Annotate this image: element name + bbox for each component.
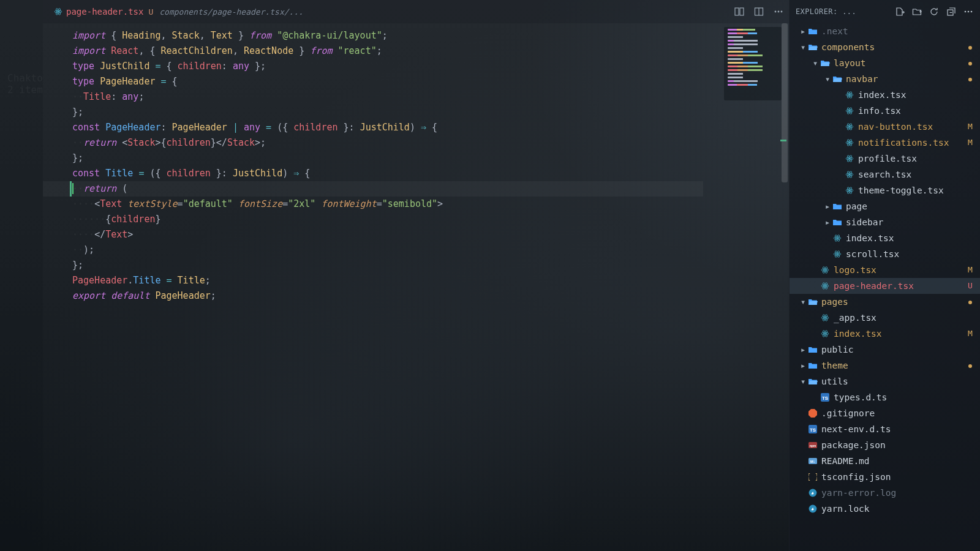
chevron-down-icon[interactable]: ▾	[810, 55, 820, 71]
tree-row--gitignore[interactable]: .gitignore	[790, 405, 980, 421]
svg-point-14	[971, 11, 973, 13]
tree-row-navbar[interactable]: ▾ navbar	[790, 71, 980, 87]
svg-point-63	[824, 333, 826, 334]
new-file-icon[interactable]	[894, 6, 905, 17]
folder-icon	[808, 345, 818, 354]
folder-icon	[808, 26, 818, 36]
tree-label: navbar	[846, 71, 965, 87]
folder-icon	[808, 361, 818, 370]
folder-icon	[832, 74, 842, 84]
svg-point-8	[775, 11, 777, 13]
file-tree[interactable]: ▸ .next ▾ components ▾ layout ▾ navbar i…	[790, 23, 980, 551]
svg-point-59	[824, 317, 826, 318]
react-file-icon	[820, 281, 830, 291]
tree-row-index-tsx[interactable]: index.tsx M	[790, 326, 980, 342]
tree-label: utils	[821, 373, 965, 389]
editor[interactable]: import { Heading, Stack, Text } from "@c…	[43, 23, 789, 551]
tree-label: sidebar	[846, 214, 965, 230]
tree-label: tsconfig.json	[821, 469, 965, 485]
tree-row-index-tsx[interactable]: index.tsx	[790, 230, 980, 246]
tree-label: scroll.tsx	[846, 246, 965, 262]
tree-row-readme-md[interactable]: M↓ README.md	[790, 453, 980, 469]
tree-row-public[interactable]: ▸ public	[790, 342, 980, 358]
git-modified-badge: M	[965, 119, 975, 135]
tree-row-scroll-tsx[interactable]: scroll.tsx	[790, 246, 980, 262]
chevron-right-icon[interactable]: ▸	[798, 342, 808, 358]
tree-row--next[interactable]: ▸ .next	[790, 23, 980, 39]
tree-label: notifications.tsx	[858, 135, 965, 151]
tree-label: .gitignore	[821, 405, 965, 421]
collapse-all-icon[interactable]	[946, 6, 957, 17]
tree-row-search-tsx[interactable]: search.tsx	[790, 167, 980, 182]
svg-point-27	[849, 142, 850, 143]
tree-row-page[interactable]: ▸ page	[790, 198, 980, 214]
scrollbar-thumb[interactable]	[782, 23, 788, 182]
tree-row-profile-tsx[interactable]: profile.tsx	[790, 151, 980, 167]
svg-point-31	[849, 158, 850, 159]
explorer-sidebar: EXPLORER: ... ▸ .next ▾ components ▾ lay…	[789, 0, 980, 551]
tab-subpath: components/page-header.tsx/...	[159, 7, 303, 17]
more-icon[interactable]	[963, 6, 974, 17]
tree-label: yarn.lock	[821, 501, 965, 517]
tree-label: types.d.ts	[834, 389, 965, 405]
refresh-icon[interactable]	[929, 6, 940, 17]
tree-row-tsconfig-json[interactable]: { } tsconfig.json	[790, 469, 980, 485]
tree-label: page-header.tsx	[834, 278, 965, 294]
vertical-scrollbar[interactable]	[782, 23, 788, 551]
braces-file-icon: { }	[808, 472, 818, 482]
compare-icon[interactable]	[734, 6, 745, 17]
tree-row-types-d-ts[interactable]: TS types.d.ts	[790, 389, 980, 405]
gutter-diff-added	[70, 181, 72, 197]
chevron-right-icon[interactable]: ▸	[798, 358, 808, 373]
tree-row-notifications-tsx[interactable]: notifications.tsx M	[790, 135, 980, 151]
tree-row-index-tsx[interactable]: index.tsx	[790, 87, 980, 103]
modified-dot-icon	[965, 71, 975, 87]
svg-text:npm: npm	[810, 444, 816, 448]
svg-point-10	[781, 11, 783, 13]
tree-row-package-json[interactable]: npm package.json	[790, 437, 980, 453]
svg-point-55	[824, 285, 826, 287]
split-editor-icon[interactable]	[753, 6, 764, 17]
tree-label: .next	[821, 23, 965, 39]
chevron-right-icon[interactable]: ▸	[823, 198, 832, 214]
new-folder-icon[interactable]	[911, 6, 922, 17]
chevron-right-icon[interactable]: ▸	[823, 214, 832, 230]
tree-label: logo.tsx	[834, 262, 965, 278]
tree-row-utils[interactable]: ▾ utils	[790, 373, 980, 389]
chevron-down-icon[interactable]: ▾	[798, 373, 808, 389]
react-file-icon	[845, 90, 854, 100]
chevron-down-icon[interactable]: ▾	[798, 39, 808, 55]
folder-icon	[832, 217, 842, 227]
tree-row-logo-tsx[interactable]: logo.tsx M	[790, 262, 980, 278]
tree-row-next-env-d-ts[interactable]: TS next-env.d.ts	[790, 421, 980, 437]
tab-page-header[interactable]: page-header.tsx U components/page-header…	[48, 0, 309, 23]
tree-row-theme-toggle-tsx[interactable]: theme-toggle.tsx	[790, 182, 980, 198]
tree-row-layout[interactable]: ▾ layout	[790, 55, 980, 71]
tree-row-page-header-tsx[interactable]: page-header.tsx U	[790, 278, 980, 294]
explorer-title: EXPLORER: ...	[796, 7, 888, 16]
react-file-icon	[845, 170, 854, 179]
tree-label: theme	[821, 358, 965, 373]
tree-row-sidebar[interactable]: ▸ sidebar	[790, 214, 980, 230]
editor-actions	[734, 6, 784, 17]
minimap[interactable]	[724, 27, 782, 100]
chevron-down-icon[interactable]: ▾	[823, 71, 832, 87]
tree-row--app-tsx[interactable]: _app.tsx	[790, 310, 980, 326]
react-file-icon	[832, 249, 842, 259]
react-file-icon	[820, 313, 830, 323]
svg-point-13	[968, 11, 970, 13]
tree-row-pages[interactable]: ▾ pages	[790, 294, 980, 310]
more-icon[interactable]	[773, 6, 784, 17]
chevron-right-icon[interactable]: ▸	[798, 23, 808, 39]
tree-row-components[interactable]: ▾ components	[790, 39, 980, 55]
chevron-down-icon[interactable]: ▾	[798, 294, 808, 310]
svg-point-9	[778, 11, 780, 13]
tree-row-yarn-error-log[interactable]: yarn-error.log	[790, 485, 980, 501]
tree-row-info-tsx[interactable]: info.tsx	[790, 103, 980, 119]
svg-text:TS: TS	[822, 395, 829, 401]
tree-row-theme[interactable]: ▸ theme	[790, 358, 980, 373]
folder-icon	[808, 297, 818, 307]
tree-row-nav-button-tsx[interactable]: nav-button.tsx M	[790, 119, 980, 135]
tree-label: index.tsx	[834, 326, 965, 342]
tree-row-yarn-lock[interactable]: yarn.lock	[790, 501, 980, 517]
